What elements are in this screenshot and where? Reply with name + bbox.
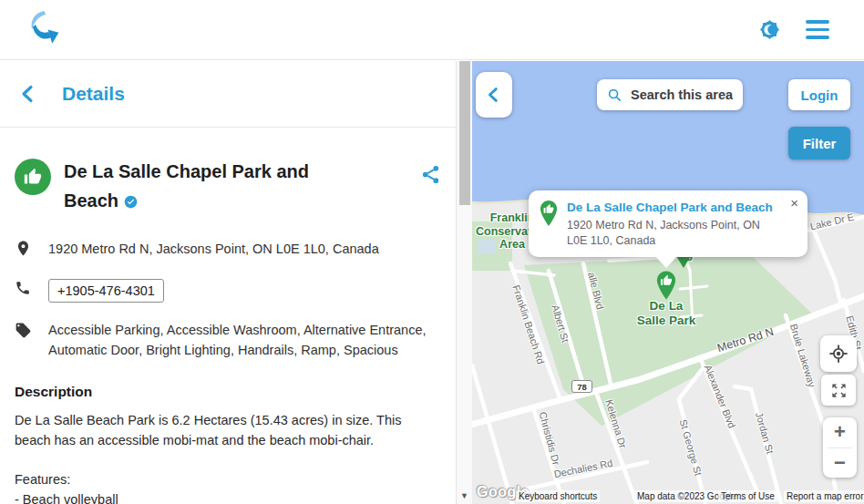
features-intro: Features: — [15, 470, 441, 490]
panel-scrollbar[interactable]: ▼ — [456, 61, 472, 504]
scrollbar-thumb[interactable] — [459, 61, 470, 205]
info-window-close-button[interactable]: × — [790, 196, 798, 210]
brightness-icon — [757, 17, 782, 42]
map-info-window: De La Salle Chapel Park and Beach 1920 M… — [529, 190, 807, 257]
back-chevron-icon — [18, 83, 40, 105]
info-window-address: 1920 Metro Rd N, Jacksons Point, ON L0E … — [567, 218, 780, 248]
description-heading: Description — [15, 384, 441, 400]
description-text: De La Salle Beach Park is 6.2 Hectares (… — [15, 411, 436, 450]
feature-item: - Beach volleyball — [15, 490, 441, 504]
page-title: Details — [62, 83, 125, 105]
fullscreen-button[interactable] — [821, 375, 856, 406]
verified-badge-icon — [124, 188, 138, 217]
marker-pin-icon — [656, 271, 676, 300]
tags-row: Accessible Parking, Accessible Washroom,… — [15, 321, 441, 360]
place-details: De La Salle Chapel Park and Beach 1920 M… — [0, 157, 456, 504]
map-canvas[interactable]: Franklin Beach Rd Albert St alle Blvd Ch… — [472, 61, 864, 504]
phone-icon — [15, 280, 33, 299]
scrollbar-down-arrow-icon[interactable]: ▼ — [457, 491, 472, 500]
place-name: De La Salle Chapel Park and Beach — [64, 157, 357, 217]
park-tree-icon — [676, 256, 691, 268]
phone-row: +1905-476-4301 — [15, 279, 441, 303]
fullscreen-icon — [830, 382, 848, 399]
keyboard-shortcuts-link[interactable]: Keyboard shortcuts — [516, 490, 600, 502]
my-location-icon — [828, 344, 849, 364]
chevron-left-icon — [484, 85, 504, 105]
info-window-body: De La Salle Chapel Park and Beach 1920 M… — [567, 201, 780, 248]
accessibility-tags: Accessible Parking, Accessible Washroom,… — [48, 321, 441, 360]
login-button[interactable]: Login — [788, 79, 850, 110]
accessnow-logo[interactable] — [26, 8, 60, 52]
search-this-area-button[interactable]: Search this area — [597, 79, 743, 110]
zoom-in-button[interactable]: + — [823, 417, 857, 447]
theme-toggle-button[interactable] — [757, 17, 782, 42]
features-list: Features: - Beach volleyball - Drinking … — [15, 470, 441, 504]
app-header — [0, 0, 864, 60]
menu-button[interactable] — [806, 20, 829, 39]
back-button[interactable] — [18, 83, 40, 105]
hamburger-icon — [806, 20, 829, 39]
rating-thumbs-up-badge — [15, 159, 51, 195]
place-address: 1920 Metro Rd N, Jacksons Point, ON L0E … — [48, 239, 379, 258]
filter-button[interactable]: Filter — [788, 127, 850, 159]
my-location-button[interactable] — [820, 335, 857, 372]
thumbs-up-icon — [24, 168, 42, 186]
share-icon — [420, 164, 441, 185]
address-row: 1920 Metro Rd N, Jacksons Point, ON L0E … — [15, 239, 441, 260]
info-window-title[interactable]: De La Salle Chapel Park and Beach — [567, 201, 780, 214]
info-window-pin-icon — [540, 201, 558, 248]
phone-number-link[interactable]: +1905-476-4301 — [48, 279, 164, 303]
zoom-control: + − — [823, 417, 857, 478]
report-map-error-link[interactable]: Report a map error — [784, 490, 864, 502]
details-header: Details — [0, 61, 456, 128]
share-button[interactable] — [420, 164, 441, 186]
search-icon — [607, 87, 622, 103]
tag-icon — [15, 322, 33, 342]
location-pin-icon — [15, 240, 33, 260]
details-panel: Details De La Salle Chapel Park and Beac… — [0, 61, 456, 504]
collapse-panel-button[interactable] — [476, 72, 512, 118]
route-78-shield: 78 — [571, 380, 592, 393]
terms-of-use-link[interactable]: Terms of Use — [718, 490, 777, 502]
place-marker-pin[interactable] — [656, 271, 676, 303]
zoom-out-button[interactable]: − — [823, 448, 857, 478]
main-content: Details De La Salle Chapel Park and Beac… — [0, 61, 864, 504]
logo-swoosh-icon — [26, 8, 60, 48]
